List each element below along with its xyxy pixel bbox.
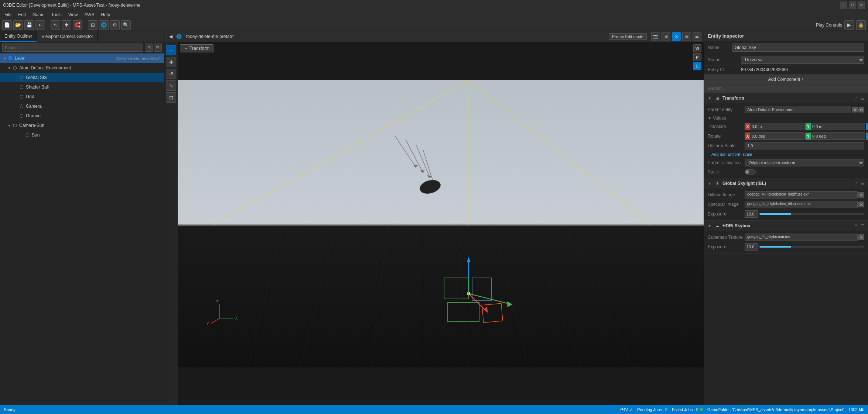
grid-btn[interactable]: ⊞ [88,20,98,30]
scale-tool-btn[interactable]: ⤡ [166,80,176,91]
list-item[interactable]: ⬡ Camera 📷 ● 🔒 [0,101,164,111]
new-btn[interactable]: 📄 [2,20,12,30]
menu-game[interactable]: Game [30,11,48,18]
list-item[interactable]: ⬡ Grid ● 🔒 [0,92,164,101]
visibility-btn[interactable]: ● [149,103,155,109]
diffuse-clear-btn[interactable]: ✕ [858,192,864,198]
parent-clear-btn[interactable]: ✕ [852,107,858,113]
undo-btn[interactable]: ↩ [35,20,45,30]
parent-activation-select[interactable]: Original relative transform [745,159,864,166]
list-item[interactable]: ⬡ Shader Ball ● 🔒 [0,82,164,92]
add-nonuniform-btn[interactable]: Add non-uniform scale [708,151,756,157]
uniform-scale-input[interactable] [745,142,864,149]
visibility-btn[interactable]: ● [149,123,155,128]
tab-viewport-camera[interactable]: Viewport Camera Selector [37,31,98,42]
transform-button[interactable]: ↔ Transform [180,44,213,52]
visibility-btn[interactable]: ● [149,84,155,90]
outliner-search[interactable] [2,44,143,52]
globe-btn[interactable]: 🌐 [99,20,109,30]
list-item[interactable]: ⬡ Sun ● 🔒 [0,130,164,140]
add-component-button[interactable]: Add Component + [704,74,868,84]
transform-menu-icon[interactable]: ☰ [861,96,864,101]
list-item[interactable]: ⬡ Global Sky ● 🔒 [0,73,164,82]
hdri-header[interactable]: ▼ ☁ HDRi Skybox ? ☰ [704,221,868,231]
list-item[interactable]: ▼ ⬡ Atom Default Environment ● 🔒 [0,63,164,73]
l-button[interactable]: L [693,62,701,70]
hdri-exposure-input[interactable] [745,243,758,251]
hdri-exposure-slider[interactable] [759,246,864,248]
parent-entity-input[interactable] [745,106,851,113]
tab-entity-outliner[interactable]: Entity Outliner [0,31,37,42]
translate-x-input[interactable] [750,124,804,129]
skylight-exposure-input[interactable] [745,210,758,218]
visibility-btn[interactable]: ● [149,65,155,71]
lock-btn[interactable]: 🔒 [156,84,162,90]
lock-btn[interactable]: 🔒 [156,123,162,128]
skylight-menu-icon[interactable]: ☰ [861,181,864,186]
filter-btn[interactable]: ⊟ [145,44,153,52]
translate-btn[interactable]: ✚ [62,20,71,30]
menu-view[interactable]: View [65,11,81,18]
menu-edit[interactable]: Edit [15,11,29,18]
lock-btn[interactable]: 🔒 [156,132,162,138]
name-input[interactable] [732,44,864,52]
viewport-canvas[interactable]: ↔ ✚ ↺ ⤡ ⊡ W P L [164,42,704,405]
hdri-menu-icon[interactable]: ☰ [861,224,864,228]
rotate-tool-btn[interactable]: ↺ [166,69,176,79]
transform-header[interactable]: ▼ ⊞ Transform ? ☰ [704,93,868,103]
open-btn[interactable]: 📂 [13,20,23,30]
visibility-btn[interactable]: ● [149,94,155,100]
camera-settings-btn[interactable]: 📷 [651,32,660,41]
specular-clear-btn[interactable]: ✕ [858,201,864,207]
list-item[interactable]: ▼ ⬡ Camera-Sun ● 🔒 [0,121,164,130]
menu-file[interactable]: File [1,11,14,18]
lock-btn[interactable]: 🔒 [156,75,162,80]
translate-y-input[interactable] [811,124,865,129]
parent-pick-btn[interactable]: ⊙ [858,107,864,113]
rotate-x-input[interactable] [750,134,804,138]
list-item[interactable]: ⬡ Ground ● 🔒 [0,111,164,121]
inspector-search-input[interactable] [704,84,868,93]
lock-btn[interactable]: 🔒 [156,113,162,119]
menu-help[interactable]: Help [98,11,113,18]
hdri-help-icon[interactable]: ? [855,224,857,228]
minimize-button[interactable]: ─ [840,1,847,9]
settings-btn-outliner[interactable]: ☰ [154,44,162,52]
level-row[interactable]: ▼ 🔵 Level (fooey-delete-me.prefab*) [0,54,164,63]
save-btn[interactable]: 💾 [24,20,34,30]
snap-tool-btn[interactable]: ⊡ [166,92,176,103]
more-settings-btn[interactable]: ☰ [693,32,701,41]
restore-button[interactable]: □ [849,1,856,9]
grid-toggle-btn[interactable]: ⊞ [662,32,670,41]
visibility-btn[interactable]: ● [149,132,155,138]
skylight-help-icon[interactable]: ? [855,181,857,186]
settings-btn[interactable]: ⚙ [110,20,120,30]
close-button[interactable]: ✕ [858,1,865,9]
snap-btn[interactable]: 🧲 [73,20,82,30]
w-button[interactable]: W [693,44,701,52]
visibility-btn[interactable]: ● [149,75,155,80]
lock-btn[interactable]: 🔒 [156,94,162,100]
search-btn[interactable]: 🔍 [121,20,131,30]
status-select[interactable]: Universal [741,56,864,64]
move-tool-btn[interactable]: ✚ [166,57,176,67]
select-btn[interactable]: ↖ [51,20,60,30]
skylight-header[interactable]: ▼ ☀ Global Skylight (IBL) ? ☰ [704,178,868,189]
lock-btn[interactable]: 🔒 [156,103,162,109]
cubemap-clear-btn[interactable]: ✕ [858,234,864,240]
menu-tools[interactable]: Tools [48,11,65,18]
display-settings-btn[interactable]: ⊟ [682,32,691,41]
viewport-back-btn[interactable]: ◀ [167,32,175,41]
visibility-btn[interactable]: ● [149,113,155,119]
lock-btn[interactable]: 🔒 [156,65,162,71]
play-button[interactable]: ▶ [844,20,854,30]
static-toggle[interactable] [745,169,756,175]
p-button[interactable]: P [693,53,701,61]
prefab-mode-btn[interactable]: Prefab Edit mode [609,33,647,40]
perspective-btn[interactable]: ⦿ [672,32,681,41]
camera-view-btn[interactable]: 📷 [143,103,148,109]
menu-aws[interactable]: AWS [82,11,98,18]
lock-button[interactable]: 🔒 [856,20,866,30]
skylight-exposure-slider[interactable] [759,213,864,215]
transform-tool-btn[interactable]: ↔ [166,45,176,55]
